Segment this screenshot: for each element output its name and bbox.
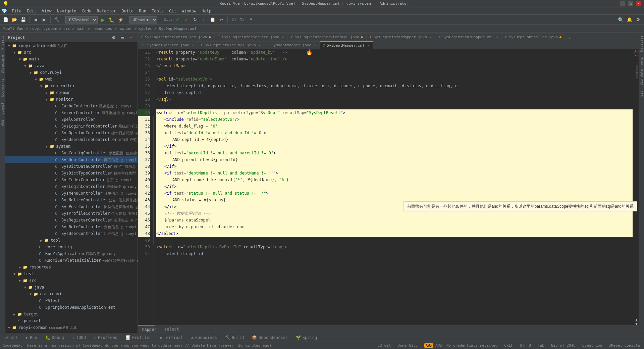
- tab-close-button[interactable]: ✕: [259, 43, 261, 47]
- window-controls[interactable]: — ☐ ✕: [620, 1, 641, 6]
- sidebar-label-structure[interactable]: Structure: [0, 52, 5, 76]
- tab-close-button[interactable]: ✕: [430, 35, 432, 39]
- build-button[interactable]: 🔨: [53, 16, 60, 23]
- tree-node-ruoyi-admin[interactable]: ▼ 📁 ruoyi-admin web服务入口: [5, 42, 138, 49]
- menu-view[interactable]: View: [39, 7, 54, 15]
- tree-node-syspostcontroller[interactable]: C SysPostController 岗位信息操作处理 @ ruoyi: [5, 203, 138, 210]
- tree-node-syslogininforcontroller[interactable]: C SysLogininforController 系统访问记录 @ ruoyi: [5, 123, 138, 130]
- tree-node-monitor[interactable]: ▼ 📁 monitor: [5, 96, 138, 103]
- tree-node-servercontroller[interactable]: C ServerController 服务器监控 @ ruoyi: [5, 109, 138, 116]
- tree-node-coreconfig[interactable]: C core.config: [5, 244, 138, 250]
- subtab-select[interactable]: select: [160, 325, 183, 333]
- coverage-button[interactable]: 🛡: [239, 16, 246, 23]
- tree-node-cachecontroller[interactable]: C CacheController 缓存监控 @ ruoyi: [5, 103, 138, 109]
- menu-help[interactable]: Help: [199, 7, 214, 15]
- tree-node-sysindexcontroller[interactable]: C SysIndexController 首页 @ ruoyi: [5, 177, 138, 183]
- bottom-tab-spring[interactable]: 🌱 Spring: [292, 333, 321, 342]
- crlf-status[interactable]: CRLF: [503, 343, 515, 348]
- tree-node-spelcontroller[interactable]: C SpelController: [5, 116, 138, 123]
- translate-button[interactable]: A: [248, 16, 255, 23]
- settings-button[interactable]: ⚙: [635, 16, 642, 23]
- encoding-status[interactable]: UTF-8: [519, 343, 532, 348]
- scrollbar-track[interactable]: [635, 58, 638, 318]
- tab-close-button[interactable]: ✕: [496, 35, 498, 39]
- bottom-tab-endpoints[interactable]: ⚓ Endpoints: [187, 333, 221, 342]
- tab-syslogininformapper[interactable]: C SysLogininforMapper.java ✕: [367, 33, 435, 41]
- minimize-button[interactable]: —: [620, 1, 625, 6]
- bottom-tab-git[interactable]: ⎇ Git: [0, 333, 22, 342]
- tab-syslogininforcontroller[interactable]: C SysLogininforController.java ●: [138, 33, 215, 41]
- git-check-button[interactable]: ✓: [174, 16, 181, 23]
- tree-node-syslogincontroller[interactable]: C SysLoginController 登录验证 @ ruoyi: [5, 183, 138, 190]
- menu-refactor[interactable]: Refactor: [94, 7, 119, 15]
- todo-button[interactable]: ☑: [230, 16, 237, 23]
- forward-button[interactable]: ▶: [41, 16, 48, 23]
- tree-node-sysusercontroller[interactable]: C SysUserController 用户信息 @ ruoyi: [5, 230, 138, 237]
- menu-edit[interactable]: Edit: [24, 7, 39, 15]
- tree-node-target[interactable]: ▶ 📁 target: [5, 311, 138, 317]
- tab-close-button[interactable]: ✕: [367, 44, 369, 47]
- git-update-button[interactable]: ↻: [192, 16, 199, 23]
- project-collapse-button[interactable]: ☰: [119, 34, 126, 41]
- git-push-button[interactable]: ↑: [200, 16, 208, 23]
- subtab-mapper[interactable]: mapper: [138, 325, 160, 333]
- tree-node-ruoyiapplication[interactable]: C RuoYiApplication 启动程序 @ ruoyi: [5, 250, 138, 257]
- tree-node-system[interactable]: ▼ 📁 system: [5, 143, 138, 150]
- tree-node-comruoyi[interactable]: ▼ 📁 com.ruoyi: [5, 69, 138, 76]
- tree-node-common[interactable]: ▶ 📁 common: [5, 89, 138, 96]
- new-file-button[interactable]: 📄: [2, 16, 9, 23]
- project-scroll-button[interactable]: ↔: [127, 34, 135, 41]
- tree-node-springbootdemo[interactable]: C SpringbootDemoApplicationTest: [5, 304, 138, 311]
- open-button[interactable]: 📂: [11, 16, 18, 23]
- jrebel-console-button[interactable]: JRebel Console: [607, 343, 641, 348]
- run-button[interactable]: ▶: [99, 16, 106, 23]
- profile-button[interactable]: ⚡: [117, 16, 124, 23]
- lines-status[interactable]: 623 of 2048: [550, 343, 577, 348]
- tree-node-sysdictdatacontroller[interactable]: C SysDictDataController 数字字典信息 @ ruoyi: [5, 163, 138, 170]
- maximize-button[interactable]: ☐: [628, 1, 633, 6]
- aws-status[interactable]: AWS AWS: No credentials selected: [423, 343, 499, 348]
- tab-syslogininforserviceimpl[interactable]: C SysLogininforServiceImpl.java ●: [288, 33, 367, 41]
- save-button[interactable]: 💾: [19, 16, 27, 23]
- right-label-git[interactable]: Git: [639, 88, 644, 99]
- menu-git[interactable]: Git: [166, 7, 179, 15]
- sidebar-label-project[interactable]: Project: [0, 33, 5, 52]
- bottom-tab-profiler[interactable]: 📊 Profiler: [121, 333, 156, 342]
- git-rollback-button[interactable]: ↩: [218, 16, 225, 23]
- notifications-button[interactable]: 🔔: [626, 16, 633, 23]
- tree-node-src-test[interactable]: ▼ 📁 src: [5, 277, 138, 284]
- scroll-thumb[interactable]: [636, 65, 638, 79]
- code-content[interactable]: <result property="updateBy" column="upda…: [155, 49, 634, 326]
- tab-close-button[interactable]: ✕: [314, 43, 316, 47]
- tab-sysdeptmapperxml-active[interactable]: X SysDeptMapper.xml ✕: [320, 41, 373, 49]
- menu-window[interactable]: Window: [179, 7, 199, 15]
- tree-node-tool[interactable]: ▶ 📁 tool: [5, 237, 138, 244]
- tree-node-sysuseronlinecontroller[interactable]: C SysUserOnlineController 在线用户监控 @ ruoyi: [5, 136, 138, 143]
- done-status[interactable]: Done 61:5: [396, 343, 419, 348]
- tab-sysdeptcontrollerjava[interactable]: C SysDeptController.java ●: [502, 33, 565, 41]
- menu-code[interactable]: Code: [79, 7, 94, 15]
- tree-node-sysregistercontroller[interactable]: C SysRegisterController 注册验证 @ ruoyi: [5, 217, 138, 223]
- tree-node-sysmenucontroller[interactable]: C SysMenuController 菜单信息 @ ruoyi: [5, 190, 138, 197]
- menu-build[interactable]: Build: [119, 7, 136, 15]
- tab-close-button[interactable]: ✕: [192, 43, 194, 47]
- tree-node-main-1[interactable]: ▼ 📁 main: [5, 56, 138, 62]
- sidebar-label-commit[interactable]: Commit: [0, 100, 5, 117]
- tree-node-resources[interactable]: ▶ 📁 resources: [5, 264, 138, 270]
- tree-node-java-1[interactable]: ▼ 📁 java: [5, 62, 138, 69]
- indent-status[interactable]: Tab: [536, 343, 546, 348]
- bottom-tab-debug[interactable]: 🐛 Debug: [41, 333, 68, 342]
- bottom-tab-todo[interactable]: ☑ TODO: [68, 333, 90, 342]
- menu-file[interactable]: File: [9, 7, 24, 15]
- tab-sysdeptmapperjava[interactable]: C SysDeptMapper.java ✕: [264, 41, 320, 49]
- debug-button[interactable]: 🐛: [108, 16, 115, 23]
- tree-node-comruoyi-test[interactable]: ▼ 📁 com.ruoyi: [5, 291, 138, 297]
- tree-node-java-test[interactable]: ▼ 📁 java: [5, 284, 138, 291]
- tab-close-button[interactable]: ✕: [282, 35, 284, 39]
- tree-node-sysdicttypecontroller[interactable]: C SysDictTypeController 数字字典类型 @ ruoyi: [5, 170, 138, 177]
- bottom-tab-problems[interactable]: ⚠ Problems: [90, 333, 121, 342]
- tree-node-pstest[interactable]: C PSTest: [5, 297, 138, 304]
- close-button[interactable]: ✕: [636, 1, 641, 6]
- run-config-dropdown[interactable]: PSTest.test1: [65, 16, 98, 23]
- tree-node-sysrolecontroller[interactable]: C SysRoleController 角色信息 @ ruoyi: [5, 223, 138, 230]
